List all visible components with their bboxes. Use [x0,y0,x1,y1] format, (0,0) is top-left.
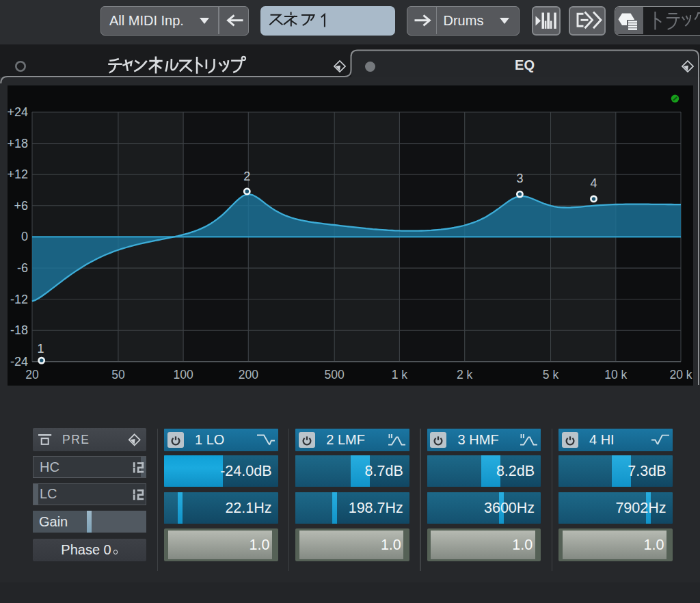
svg-text:4: 4 [590,176,597,190]
svg-text:+24: +24 [8,105,28,119]
svg-text:20: 20 [25,368,39,381]
svg-text:100: 100 [173,368,193,381]
svg-text:500: 500 [325,368,345,381]
svg-text:5 k: 5 k [543,368,559,381]
svg-text:-18: -18 [10,323,28,337]
svg-text:-12: -12 [10,293,28,306]
svg-text:-24: -24 [10,355,28,368]
svg-text:1: 1 [37,342,44,356]
svg-text:-6: -6 [17,261,28,275]
svg-text:200: 200 [239,368,258,381]
svg-text:10 k: 10 k [604,368,627,381]
svg-text:50: 50 [111,368,125,381]
svg-text:0: 0 [21,230,28,243]
svg-text:+18: +18 [8,137,28,150]
svg-text:2 k: 2 k [457,368,473,381]
svg-text:3: 3 [516,172,523,185]
svg-text:+6: +6 [14,199,28,213]
svg-text:+12: +12 [8,168,28,181]
svg-text:20 k: 20 k [669,368,692,381]
svg-text:1 k: 1 k [392,368,408,381]
svg-text:2: 2 [243,170,250,183]
